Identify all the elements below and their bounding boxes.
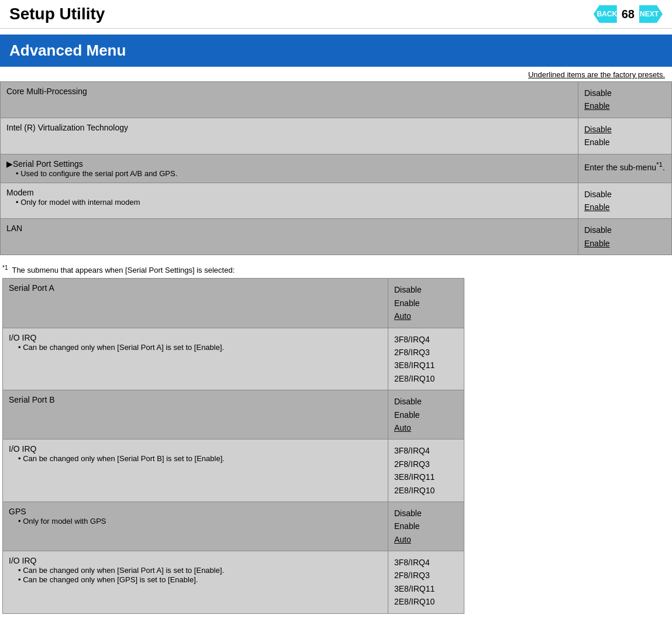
table-row: I/O IRQ Can be changed only when [Serial…: [3, 328, 464, 390]
table-row: Serial Port A Disable Enable Auto: [3, 279, 464, 328]
row-options: Disable Enable: [578, 118, 672, 154]
sub-row-label: I/O IRQ Can be changed only when [Serial…: [3, 439, 388, 502]
back-label: BACK: [597, 10, 617, 18]
page-number: 68: [617, 8, 639, 21]
sub-row-label: Serial Port A: [3, 279, 388, 328]
row-options: Disable Enable: [578, 183, 672, 219]
footnote-section: *1 The submenu that appears when [Serial…: [0, 265, 672, 614]
sub-row-label: Serial Port B: [3, 390, 388, 439]
sub-row-options: Disable Enable Auto: [388, 390, 464, 439]
factory-note: Underlined items are the factory presets…: [0, 67, 672, 81]
sub-row-label: GPS Only for model with GPS: [3, 502, 388, 551]
sub-table: Serial Port A Disable Enable Auto I/O IR…: [2, 278, 464, 613]
table-row: GPS Only for model with GPS Disable Enab…: [3, 502, 464, 551]
table-row: I/O IRQ Can be changed only when [Serial…: [3, 439, 464, 502]
next-button[interactable]: NEXT: [639, 5, 663, 23]
nav-controls: BACK 68 NEXT: [594, 5, 663, 23]
table-row: Core Multi-Processing Disable Enable: [1, 82, 672, 118]
row-label: Core Multi-Processing: [1, 82, 578, 118]
sub-row-options: 3F8/IRQ4 2F8/IRQ3 3E8/IRQ11 2E8/IRQ10: [388, 439, 464, 502]
sub-row-options: 3F8/IRQ4 2F8/IRQ3 3E8/IRQ11 2E8/IRQ10: [388, 551, 464, 614]
row-options: Enter the sub-menu*1.: [578, 154, 672, 183]
sub-row-options: Disable Enable Auto: [388, 502, 464, 551]
factory-note-text: Underlined items are the factory presets…: [528, 70, 665, 79]
row-options: Disable Enable: [578, 82, 672, 118]
row-label: LAN: [1, 219, 578, 255]
back-button[interactable]: BACK: [594, 5, 617, 23]
table-row: ▶Serial Port Settings Used to configure …: [1, 154, 672, 183]
sub-row-options: Disable Enable Auto: [388, 279, 464, 328]
row-label: ▶Serial Port Settings Used to configure …: [1, 154, 578, 183]
row-label: Intel (R) Virtualization Technology: [1, 118, 578, 154]
header: Setup Utility BACK 68 NEXT: [0, 0, 672, 29]
sub-row-label: I/O IRQ Can be changed only when [Serial…: [3, 328, 388, 390]
table-row: Serial Port B Disable Enable Auto: [3, 390, 464, 439]
row-label: Modem Only for model with internal modem: [1, 183, 578, 219]
banner-title: Advanced Menu: [9, 42, 126, 59]
table-row: Modem Only for model with internal modem…: [1, 183, 672, 219]
sub-row-options: 3F8/IRQ4 2F8/IRQ3 3E8/IRQ11 2E8/IRQ10: [388, 328, 464, 390]
main-table: Core Multi-Processing Disable Enable Int…: [0, 81, 672, 255]
table-row: LAN Disable Enable: [1, 219, 672, 255]
sub-row-label: I/O IRQ Can be changed only when [Serial…: [3, 551, 388, 614]
footnote-title: *1 The submenu that appears when [Serial…: [2, 265, 670, 274]
advanced-menu-banner: Advanced Menu: [0, 35, 672, 67]
table-row: Intel (R) Virtualization Technology Disa…: [1, 118, 672, 154]
row-options: Disable Enable: [578, 219, 672, 255]
table-row: I/O IRQ Can be changed only when [Serial…: [3, 551, 464, 614]
next-label: NEXT: [640, 10, 659, 18]
page-title: Setup Utility: [9, 5, 105, 23]
